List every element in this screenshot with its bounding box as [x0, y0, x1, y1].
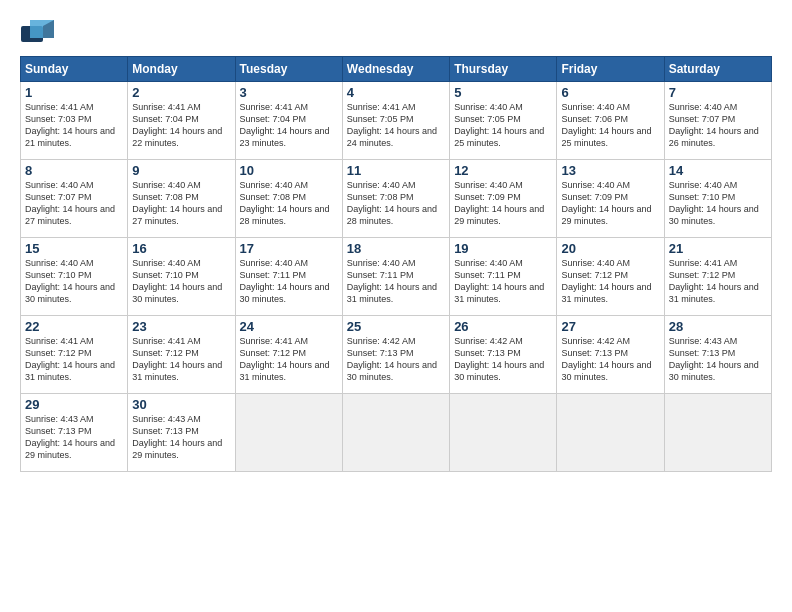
day-cell: 26Sunrise: 4:42 AMSunset: 7:13 PMDayligh… [450, 316, 557, 394]
day-info: Sunrise: 4:40 AMSunset: 7:09 PMDaylight:… [561, 179, 659, 228]
day-cell: 22Sunrise: 4:41 AMSunset: 7:12 PMDayligh… [21, 316, 128, 394]
day-number: 18 [347, 241, 445, 256]
day-cell: 5Sunrise: 4:40 AMSunset: 7:05 PMDaylight… [450, 82, 557, 160]
header-row: SundayMondayTuesdayWednesdayThursdayFrid… [21, 57, 772, 82]
page: SundayMondayTuesdayWednesdayThursdayFrid… [0, 0, 792, 612]
logo [20, 18, 59, 46]
day-number: 30 [132, 397, 230, 412]
col-sunday: Sunday [21, 57, 128, 82]
day-info: Sunrise: 4:40 AMSunset: 7:10 PMDaylight:… [669, 179, 767, 228]
day-info: Sunrise: 4:40 AMSunset: 7:06 PMDaylight:… [561, 101, 659, 150]
col-friday: Friday [557, 57, 664, 82]
day-info: Sunrise: 4:41 AMSunset: 7:12 PMDaylight:… [669, 257, 767, 306]
day-cell: 17Sunrise: 4:40 AMSunset: 7:11 PMDayligh… [235, 238, 342, 316]
day-number: 4 [347, 85, 445, 100]
day-number: 16 [132, 241, 230, 256]
day-number: 1 [25, 85, 123, 100]
day-cell: 10Sunrise: 4:40 AMSunset: 7:08 PMDayligh… [235, 160, 342, 238]
day-number: 5 [454, 85, 552, 100]
day-info: Sunrise: 4:41 AMSunset: 7:12 PMDaylight:… [25, 335, 123, 384]
day-cell: 20Sunrise: 4:40 AMSunset: 7:12 PMDayligh… [557, 238, 664, 316]
day-info: Sunrise: 4:42 AMSunset: 7:13 PMDaylight:… [454, 335, 552, 384]
day-number: 2 [132, 85, 230, 100]
day-info: Sunrise: 4:42 AMSunset: 7:13 PMDaylight:… [561, 335, 659, 384]
day-info: Sunrise: 4:40 AMSunset: 7:11 PMDaylight:… [347, 257, 445, 306]
day-info: Sunrise: 4:40 AMSunset: 7:05 PMDaylight:… [454, 101, 552, 150]
empty-cell [450, 394, 557, 472]
day-number: 10 [240, 163, 338, 178]
day-number: 28 [669, 319, 767, 334]
day-info: Sunrise: 4:43 AMSunset: 7:13 PMDaylight:… [132, 413, 230, 462]
day-number: 15 [25, 241, 123, 256]
day-cell: 1Sunrise: 4:41 AMSunset: 7:03 PMDaylight… [21, 82, 128, 160]
day-cell: 13Sunrise: 4:40 AMSunset: 7:09 PMDayligh… [557, 160, 664, 238]
day-cell: 8Sunrise: 4:40 AMSunset: 7:07 PMDaylight… [21, 160, 128, 238]
day-info: Sunrise: 4:40 AMSunset: 7:08 PMDaylight:… [132, 179, 230, 228]
day-number: 9 [132, 163, 230, 178]
day-info: Sunrise: 4:40 AMSunset: 7:10 PMDaylight:… [25, 257, 123, 306]
header [20, 18, 772, 46]
day-info: Sunrise: 4:40 AMSunset: 7:10 PMDaylight:… [132, 257, 230, 306]
day-info: Sunrise: 4:41 AMSunset: 7:04 PMDaylight:… [240, 101, 338, 150]
day-cell: 25Sunrise: 4:42 AMSunset: 7:13 PMDayligh… [342, 316, 449, 394]
day-info: Sunrise: 4:40 AMSunset: 7:11 PMDaylight:… [454, 257, 552, 306]
day-info: Sunrise: 4:40 AMSunset: 7:11 PMDaylight:… [240, 257, 338, 306]
day-number: 17 [240, 241, 338, 256]
day-cell: 11Sunrise: 4:40 AMSunset: 7:08 PMDayligh… [342, 160, 449, 238]
day-cell: 9Sunrise: 4:40 AMSunset: 7:08 PMDaylight… [128, 160, 235, 238]
day-number: 12 [454, 163, 552, 178]
day-number: 25 [347, 319, 445, 334]
week-row: 1Sunrise: 4:41 AMSunset: 7:03 PMDaylight… [21, 82, 772, 160]
day-cell: 28Sunrise: 4:43 AMSunset: 7:13 PMDayligh… [664, 316, 771, 394]
calendar-table: SundayMondayTuesdayWednesdayThursdayFrid… [20, 56, 772, 472]
day-info: Sunrise: 4:40 AMSunset: 7:12 PMDaylight:… [561, 257, 659, 306]
day-number: 13 [561, 163, 659, 178]
day-number: 8 [25, 163, 123, 178]
day-number: 21 [669, 241, 767, 256]
day-cell: 14Sunrise: 4:40 AMSunset: 7:10 PMDayligh… [664, 160, 771, 238]
day-number: 22 [25, 319, 123, 334]
day-cell: 29Sunrise: 4:43 AMSunset: 7:13 PMDayligh… [21, 394, 128, 472]
day-info: Sunrise: 4:41 AMSunset: 7:03 PMDaylight:… [25, 101, 123, 150]
empty-cell [235, 394, 342, 472]
day-info: Sunrise: 4:42 AMSunset: 7:13 PMDaylight:… [347, 335, 445, 384]
week-row: 29Sunrise: 4:43 AMSunset: 7:13 PMDayligh… [21, 394, 772, 472]
col-tuesday: Tuesday [235, 57, 342, 82]
day-number: 20 [561, 241, 659, 256]
day-cell: 6Sunrise: 4:40 AMSunset: 7:06 PMDaylight… [557, 82, 664, 160]
day-number: 7 [669, 85, 767, 100]
day-info: Sunrise: 4:41 AMSunset: 7:05 PMDaylight:… [347, 101, 445, 150]
day-number: 11 [347, 163, 445, 178]
day-number: 24 [240, 319, 338, 334]
day-cell: 18Sunrise: 4:40 AMSunset: 7:11 PMDayligh… [342, 238, 449, 316]
day-info: Sunrise: 4:41 AMSunset: 7:12 PMDaylight:… [240, 335, 338, 384]
day-number: 14 [669, 163, 767, 178]
day-cell: 4Sunrise: 4:41 AMSunset: 7:05 PMDaylight… [342, 82, 449, 160]
day-cell: 3Sunrise: 4:41 AMSunset: 7:04 PMDaylight… [235, 82, 342, 160]
day-cell: 23Sunrise: 4:41 AMSunset: 7:12 PMDayligh… [128, 316, 235, 394]
day-cell: 19Sunrise: 4:40 AMSunset: 7:11 PMDayligh… [450, 238, 557, 316]
day-number: 26 [454, 319, 552, 334]
day-cell: 27Sunrise: 4:42 AMSunset: 7:13 PMDayligh… [557, 316, 664, 394]
col-monday: Monday [128, 57, 235, 82]
col-wednesday: Wednesday [342, 57, 449, 82]
day-number: 3 [240, 85, 338, 100]
day-info: Sunrise: 4:43 AMSunset: 7:13 PMDaylight:… [25, 413, 123, 462]
day-number: 19 [454, 241, 552, 256]
day-number: 6 [561, 85, 659, 100]
day-info: Sunrise: 4:43 AMSunset: 7:13 PMDaylight:… [669, 335, 767, 384]
day-info: Sunrise: 4:41 AMSunset: 7:12 PMDaylight:… [132, 335, 230, 384]
day-number: 29 [25, 397, 123, 412]
empty-cell [664, 394, 771, 472]
week-row: 22Sunrise: 4:41 AMSunset: 7:12 PMDayligh… [21, 316, 772, 394]
day-number: 23 [132, 319, 230, 334]
day-cell: 12Sunrise: 4:40 AMSunset: 7:09 PMDayligh… [450, 160, 557, 238]
day-cell: 24Sunrise: 4:41 AMSunset: 7:12 PMDayligh… [235, 316, 342, 394]
day-cell: 30Sunrise: 4:43 AMSunset: 7:13 PMDayligh… [128, 394, 235, 472]
day-info: Sunrise: 4:40 AMSunset: 7:09 PMDaylight:… [454, 179, 552, 228]
col-saturday: Saturday [664, 57, 771, 82]
week-row: 8Sunrise: 4:40 AMSunset: 7:07 PMDaylight… [21, 160, 772, 238]
day-info: Sunrise: 4:40 AMSunset: 7:08 PMDaylight:… [240, 179, 338, 228]
col-thursday: Thursday [450, 57, 557, 82]
empty-cell [342, 394, 449, 472]
